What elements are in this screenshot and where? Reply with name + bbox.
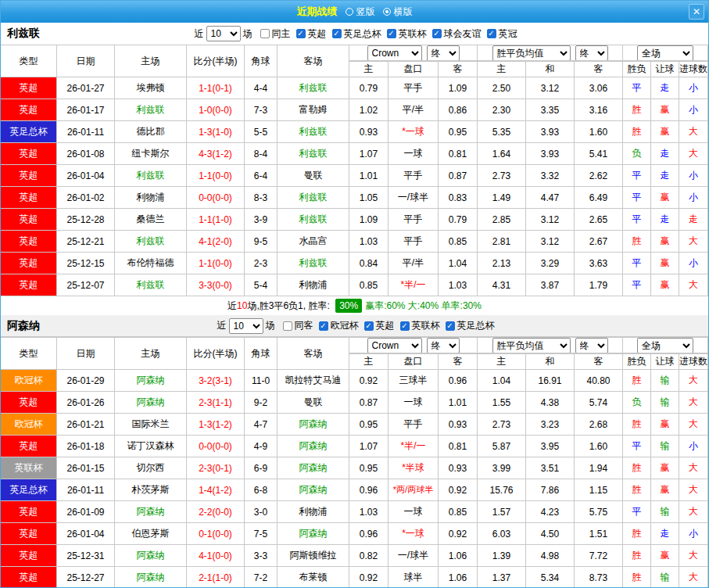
team-section: 利兹联近10场同主英超英足总杯英联杯球会友谊英冠类型日期主场比分(半场)角球客场… [1, 23, 708, 315]
asia-handicap: 一球 [389, 501, 439, 523]
league-filter-checkbox[interactable]: 同客 [283, 319, 313, 332]
home-team[interactable]: 阿森纳 [115, 392, 187, 414]
company-final-select[interactable]: 终 [427, 45, 460, 61]
home-team[interactable]: 桑德兰 [115, 209, 187, 231]
europe-avg-select[interactable]: 胜平负均值 [492, 338, 571, 353]
away-team[interactable]: 利兹联 [278, 77, 349, 99]
away-team[interactable]: 阿森纳 [278, 414, 349, 436]
away-team[interactable]: 利兹联 [278, 121, 349, 143]
away-team[interactable]: 阿森纳 [278, 457, 349, 479]
asia-home-odds: 0.79 [349, 77, 389, 99]
home-team[interactable]: 诺丁汉森林 [115, 436, 187, 457]
away-team[interactable]: 阿森纳 [278, 436, 349, 457]
away-team[interactable]: 利兹联 [278, 187, 349, 209]
home-team[interactable]: 阿森纳 [115, 501, 187, 523]
wdl-result: 平 [623, 165, 651, 187]
match-score: 0-1(0-0) [187, 523, 245, 545]
away-team[interactable]: 利物浦 [278, 274, 349, 296]
sub-column-header: 盘口 [389, 61, 439, 77]
away-team[interactable]: 富勒姆 [278, 99, 349, 121]
company-select[interactable]: Crown [367, 45, 422, 61]
home-team[interactable]: 阿森纳 [115, 545, 187, 567]
away-team[interactable]: 阿森纳 [278, 523, 349, 545]
home-team[interactable]: 利兹联 [115, 99, 187, 121]
euro-home-odds: 4.31 [478, 274, 526, 296]
layout-vertical-radio[interactable]: 竖版 [346, 5, 375, 19]
sub-column-header: 进球数 [679, 61, 708, 77]
recent-results-window: 近期战绩 竖版 横版 ✕ 利兹联近10场同主英超英足总杯英联杯球会友谊英冠类型日… [0, 0, 709, 588]
euro-away-odds: 2.67 [575, 231, 623, 253]
layout-horizontal-radio[interactable]: 横版 [383, 5, 413, 19]
league-filter-checkbox[interactable]: 英足总杯 [332, 27, 381, 41]
league-filter-checkbox[interactable]: 英联杯 [400, 319, 440, 332]
away-team[interactable]: 阿斯顿维拉 [278, 545, 349, 567]
match-score: 2-3(1-1) [187, 392, 245, 414]
league-filter-checkbox[interactable]: 英冠 [487, 27, 517, 41]
home-team[interactable]: 利物浦 [115, 187, 187, 209]
europe-final-select[interactable]: 终 [575, 338, 608, 353]
home-team[interactable]: 阿森纳 [115, 370, 187, 392]
asia-home-odds: 1.05 [349, 187, 389, 209]
league-filter-checkbox[interactable]: 英联杯 [387, 27, 427, 41]
asia-away-odds: 1.03 [439, 274, 478, 296]
wdl-result: 平 [623, 274, 651, 296]
home-team[interactable]: 朴茨茅斯 [115, 479, 187, 501]
away-team[interactable]: 利物浦 [278, 501, 349, 523]
league-filter-checkbox[interactable]: 英超 [364, 319, 395, 332]
league-filter-checkbox[interactable]: 球会友谊 [432, 27, 482, 41]
league-filter-checkbox[interactable]: 欧冠杯 [319, 319, 359, 332]
asia-handicap: 三球半 [389, 370, 439, 392]
europe-avg-select[interactable]: 胜平负均值 [492, 45, 571, 61]
euro-draw-odds: 4.47 [526, 187, 575, 209]
away-team[interactable]: 阿森纳 [278, 479, 349, 501]
home-team[interactable]: 切尔西 [115, 457, 187, 479]
away-team[interactable]: 利兹联 [278, 253, 349, 274]
scope-select[interactable]: 全场 [637, 338, 693, 353]
layout-horizontal-label: 横版 [394, 5, 413, 19]
match-date: 25-12-28 [57, 209, 115, 231]
match-count-select[interactable]: 10 [206, 26, 241, 41]
away-team[interactable]: 利兹联 [278, 209, 349, 231]
away-team[interactable]: 曼联 [278, 392, 349, 414]
league-badge: 英超 [1, 436, 57, 457]
away-team[interactable]: 凯拉特艾马迪 [278, 370, 349, 392]
home-team[interactable]: 伯恩茅斯 [115, 523, 187, 545]
home-team[interactable]: 利兹联 [115, 231, 187, 253]
home-team[interactable]: 国际米兰 [115, 414, 187, 436]
wdl-result: 平 [623, 209, 651, 231]
asia-away-odds: 0.79 [439, 209, 478, 231]
asia-home-odds: 1.03 [349, 501, 389, 523]
away-team[interactable]: 利兹联 [278, 143, 349, 165]
checkbox-checked-icon [332, 29, 342, 38]
euro-draw-odds: 3.95 [526, 436, 575, 457]
corner-score: 3-0 [245, 501, 278, 523]
column-header: 类型 [1, 45, 57, 77]
league-filter-checkbox[interactable]: 英足总杯 [446, 319, 495, 332]
league-badge: 英超 [1, 143, 57, 165]
win-rate-badge: 30% [335, 299, 362, 313]
home-team[interactable]: 纽卡斯尔 [115, 143, 187, 165]
home-team[interactable]: 布伦特福德 [115, 253, 187, 274]
away-team[interactable]: 水晶宫 [278, 231, 349, 253]
europe-avg-header: 胜平负均值终 [478, 45, 623, 61]
away-team[interactable]: 布莱顿 [278, 567, 349, 588]
company-select[interactable]: Crown [367, 338, 422, 353]
goals-result: 小 [679, 165, 708, 187]
home-team[interactable]: 埃弗顿 [115, 77, 187, 99]
match-row: 英超26-01-09阿森纳2-2(0-0)3-0利物浦1.03一球0.851.5… [1, 501, 708, 523]
match-count-select[interactable]: 10 [229, 318, 263, 334]
home-team[interactable]: 德比郡 [115, 121, 187, 143]
home-team[interactable]: 利兹联 [115, 165, 187, 187]
handicap-result: 走 [651, 523, 679, 545]
checkbox-label: 英联杯 [412, 319, 440, 332]
company-final-select[interactable]: 终 [427, 338, 460, 353]
league-filter-checkbox[interactable]: 英超 [296, 27, 327, 41]
europe-final-select[interactable]: 终 [575, 45, 608, 61]
home-team[interactable]: 阿森纳 [115, 567, 187, 588]
home-team[interactable]: 利兹联 [115, 274, 187, 296]
league-filter-checkbox[interactable]: 同主 [260, 27, 291, 41]
close-icon[interactable]: ✕ [689, 4, 704, 20]
scope-select[interactable]: 全场 [637, 45, 693, 61]
away-team[interactable]: 曼联 [278, 165, 349, 187]
asia-home-odds: 0.92 [349, 370, 389, 392]
